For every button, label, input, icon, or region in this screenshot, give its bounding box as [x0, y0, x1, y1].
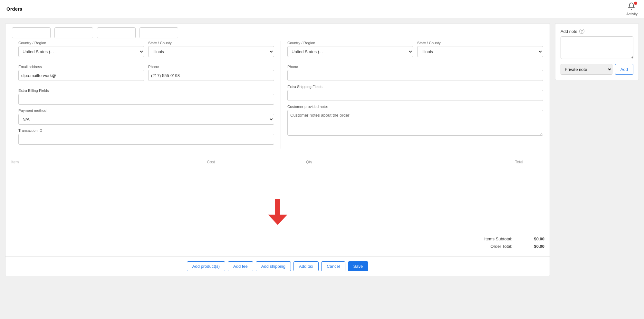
svg-rect-0: [275, 199, 280, 215]
form-card: Country / Region United States (... Stat…: [5, 23, 550, 276]
billing-shipping-layout: Country / Region United States (... Stat…: [12, 41, 543, 149]
billing-country-select[interactable]: United States (...: [18, 46, 144, 57]
transaction-id-group: Transaction ID: [18, 129, 274, 145]
add-note-header: Add note ?: [561, 29, 633, 34]
shipping-country-select[interactable]: United States (...: [287, 46, 413, 57]
billing-extra-input[interactable]: [18, 94, 274, 105]
billing-column: Country / Region United States (... Stat…: [12, 41, 281, 149]
top-bar: Orders Activity: [0, 0, 644, 18]
add-note-label-text: Add note: [561, 29, 577, 34]
activity-button[interactable]: Activity: [626, 2, 638, 16]
customer-note-group: Customer provided note:: [287, 105, 543, 136]
stub-field-3: [97, 27, 136, 38]
shipping-phone-input[interactable]: [287, 70, 543, 81]
red-down-arrow-icon: [268, 199, 287, 225]
stub-field-2: [54, 27, 93, 38]
add-note-button[interactable]: Add: [615, 64, 633, 75]
payment-method-select[interactable]: N/A: [18, 114, 274, 125]
shipping-state-select[interactable]: Illinois: [417, 46, 543, 57]
billing-extra-group: Extra Billing Fields: [18, 89, 274, 105]
note-type-select[interactable]: Private note Note to customer: [561, 64, 612, 75]
activity-label: Activity: [626, 12, 638, 16]
billing-phone-input[interactable]: [148, 70, 274, 81]
col-cost: Cost: [112, 156, 220, 168]
order-total-label: Order Total:: [490, 244, 512, 249]
items-table-body: [6, 169, 549, 195]
shipping-state-label: State / County: [417, 41, 543, 45]
items-table: Item Cost Qty Total: [5, 155, 550, 195]
form-top-section: Country / Region United States (... Stat…: [5, 24, 550, 155]
customer-note-textarea[interactable]: [287, 110, 543, 136]
shipping-country-group: Country / Region United States (...: [287, 41, 413, 57]
shipping-phone-group: Phone: [287, 65, 543, 81]
billing-state-group: State / County Illinois: [148, 41, 274, 57]
help-icon[interactable]: ?: [579, 29, 584, 34]
col-item: Item: [6, 156, 111, 168]
col-qty: Qty: [221, 156, 317, 168]
items-subtotal-value: $0.00: [525, 237, 544, 241]
items-table-header: Item Cost Qty Total: [6, 156, 549, 168]
billing-extra-label: Extra Billing Fields: [18, 89, 274, 92]
payment-method-label: Payment method:: [18, 109, 274, 112]
items-subtotal-row: Items Subtotal: $0.00: [11, 237, 544, 241]
save-button[interactable]: Save: [348, 261, 369, 271]
billing-state-label: State / County: [148, 41, 274, 45]
cancel-button[interactable]: Cancel: [321, 261, 345, 271]
note-textarea[interactable]: [561, 36, 633, 59]
subtotals-area: Items Subtotal: $0.00 Order Total: $0.00: [5, 231, 550, 256]
shipping-state-group: State / County Illinois: [417, 41, 543, 57]
activity-icon: [628, 2, 637, 11]
note-actions: Private note Note to customer Add: [561, 64, 633, 75]
col-total: Total: [318, 156, 549, 168]
shipping-extra-label: Extra Shipping Fields: [287, 85, 543, 89]
sidebar-card: Add note ? Private note Note to customer…: [555, 23, 639, 80]
items-section: Item Cost Qty Total: [5, 155, 550, 276]
shipping-phone-label: Phone: [287, 65, 543, 69]
transaction-id-input[interactable]: [18, 134, 274, 145]
transaction-id-label: Transaction ID: [18, 129, 274, 132]
order-total-value: $0.00: [525, 244, 544, 249]
customer-note-label: Customer provided note:: [287, 105, 543, 109]
add-fee-button[interactable]: Add fee: [228, 261, 253, 271]
billing-country-group: Country / Region United States (...: [18, 41, 144, 57]
billing-email-label: Email address: [18, 65, 144, 69]
shipping-country-label: Country / Region: [287, 41, 413, 45]
page-title: Orders: [6, 6, 22, 12]
billing-email-group: Email address: [18, 65, 144, 81]
payment-method-group: Payment method: N/A: [18, 109, 274, 125]
items-subtotal-label: Items Subtotal:: [484, 237, 512, 241]
billing-email-input[interactable]: [18, 70, 144, 81]
add-shipping-button[interactable]: Add shipping: [256, 261, 291, 271]
actions-bar: Add product(s) Add fee Add shipping Add …: [5, 256, 550, 276]
stub-field-1: [12, 27, 51, 38]
add-products-button[interactable]: Add product(s): [187, 261, 225, 271]
main-layout: Country / Region United States (... Stat…: [0, 18, 644, 281]
shipping-extra-group: Extra Shipping Fields: [287, 85, 543, 101]
top-stub-row: [12, 24, 543, 41]
main-content-wrapper: Country / Region United States (... Stat…: [5, 23, 550, 276]
stub-field-4: [139, 27, 178, 38]
add-tax-button[interactable]: Add tax: [293, 261, 319, 271]
shipping-extra-input[interactable]: [287, 90, 543, 101]
shipping-column: Country / Region United States (... Stat…: [281, 41, 543, 149]
activity-badge: [634, 2, 637, 5]
billing-country-label: Country / Region: [18, 41, 144, 45]
billing-state-select[interactable]: Illinois: [148, 46, 274, 57]
billing-phone-group: Phone: [148, 65, 274, 81]
billing-phone-label: Phone: [148, 65, 274, 69]
arrow-indicator: [268, 195, 287, 229]
order-total-row: Order Total: $0.00: [11, 244, 544, 249]
svg-marker-1: [268, 215, 287, 225]
empty-row: [6, 169, 549, 195]
